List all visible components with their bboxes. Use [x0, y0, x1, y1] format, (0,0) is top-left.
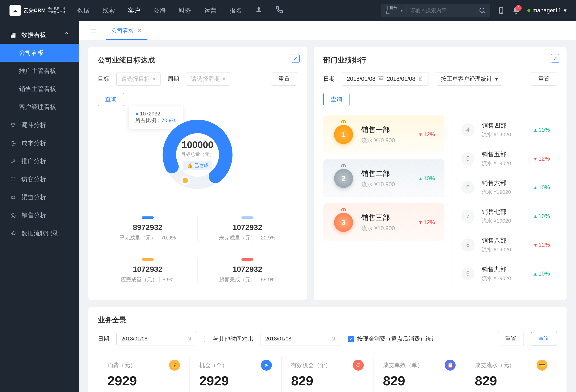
- rank-number: 6: [461, 181, 475, 194]
- query-button[interactable]: 查询: [531, 332, 557, 345]
- status-dot-icon: [527, 9, 530, 12]
- kpi-icon: 📋: [445, 360, 456, 371]
- target-select[interactable]: 请选择目标▾: [116, 72, 161, 86]
- date-range-picker[interactable]: 2018/01/08至2018/01/08🗓: [342, 72, 429, 86]
- chevron-down-icon: ▾: [223, 76, 225, 82]
- rank-number: 8: [461, 238, 475, 252]
- achieved-badge: 👍已达成: [183, 161, 212, 170]
- nav-ops[interactable]: 运营: [204, 6, 217, 15]
- panorama-filters: 日期 2018/01/08🗓 与其他时间对比 2018/01/08🗓 ✓按现金消…: [98, 332, 557, 345]
- date-picker-1[interactable]: 2018/01/08🗓: [116, 332, 197, 345]
- chevron-down-icon: ▾: [153, 76, 155, 82]
- nav-data[interactable]: 数据: [77, 6, 89, 15]
- sidebar-item-visitor[interactable]: ☷访客分析: [0, 170, 79, 188]
- search-type-select[interactable]: 手机号码 ▾: [386, 5, 403, 15]
- delta-indicator: ▴ 10%: [534, 184, 550, 191]
- kpi-value: 2929: [199, 373, 272, 389]
- kpi-label: 消费（元）: [107, 361, 136, 369]
- kpi-value: 829: [383, 373, 456, 389]
- dashboard-icon: ▦: [9, 31, 17, 38]
- rank-row: 4 销售四部流水 ¥19020 ▴ 10%: [454, 116, 557, 144]
- chart-icon: ⬀: [9, 157, 17, 165]
- goal-filters: 目标 请选择目标▾ 周期 请选择周期▾ 重置 查询: [98, 72, 297, 106]
- kpi-3: 成交单数（单） 📋 829 成交率：80% ⓘ: [374, 357, 465, 392]
- rank-filters: 日期 2018/01/08至2018/01/08🗓 按工单客户经理统计▾ 重置 …: [323, 72, 557, 106]
- tab-label: 公司看板: [111, 27, 134, 35]
- query-button[interactable]: 查询: [323, 93, 349, 106]
- kpi-value: 829: [291, 373, 364, 389]
- sidebar-item-sales-mgr[interactable]: 销售主管看板: [0, 80, 79, 98]
- sidebar-item-flow[interactable]: ⟲数据流转记录: [0, 224, 79, 242]
- brand-tagline: 教育机构一站式服务云平台: [46, 7, 65, 14]
- chevron-down-icon: ▾: [495, 76, 498, 82]
- expand-button[interactable]: ⤢: [291, 54, 300, 63]
- sidebar-item-sales[interactable]: ◎销售分析: [0, 206, 79, 224]
- kpi-1: 机会（个） ➤ 2929 机会成本：¥948 ⓘ: [190, 357, 282, 392]
- cash-checkbox[interactable]: ✓按现金消费（返点后消费）统计: [348, 335, 437, 343]
- stat-exceeded: 1072932 超额完成（元）89.9%: [198, 250, 297, 292]
- sidebar-item-funnel[interactable]: ▽漏斗分析: [0, 116, 79, 134]
- user-icon[interactable]: [255, 6, 262, 15]
- sidebar-item-cost[interactable]: ◷成本分析: [0, 134, 79, 152]
- reset-button[interactable]: 重置: [498, 332, 524, 345]
- content-area: ☰ 公司看板 ✕ ⤢ 公司业绩目标达成 目标 请选择目标▾ 周期 请选择周期▾: [79, 21, 576, 392]
- kpi-2: 有效机会（个） 🛡 829 机会有效率：80% ⓘ: [282, 357, 374, 392]
- rank-list: 4 销售四部流水 ¥19020 ▴ 10% 5 销售五部流水 ¥19020 ▾ …: [452, 116, 557, 288]
- funnel-icon: ▽: [9, 121, 17, 128]
- phone-icon[interactable]: [276, 6, 283, 15]
- date-label: 日期: [98, 335, 109, 343]
- rank-title: 部门业绩排行: [323, 55, 557, 65]
- sidebar-item-company[interactable]: 公司看板: [0, 44, 79, 62]
- user-menu[interactable]: manager11 ▾: [527, 7, 567, 14]
- groupby-select[interactable]: 按工单客户经理统计▾: [436, 72, 503, 86]
- chevron-down-icon: ▾: [564, 7, 567, 14]
- tab-company-board[interactable]: 公司看板 ✕: [106, 23, 147, 40]
- kpi-row: 消费（元） 💰 2929 机会（个） ➤ 2929 机会成本：¥948 ⓘ 有效…: [98, 357, 557, 392]
- sidebar-item-promo-mgr[interactable]: 推广主管看板: [0, 62, 79, 80]
- kpi-icon: 💳: [537, 360, 547, 371]
- chevron-up-icon: ⌃: [64, 31, 69, 38]
- svg-point-1: [480, 8, 484, 13]
- checkbox-icon: [204, 336, 210, 342]
- nav-public[interactable]: 公海: [153, 6, 166, 15]
- close-icon[interactable]: ✕: [137, 28, 142, 34]
- sidebar-item-account-mgr[interactable]: 客户经理看板: [0, 98, 79, 116]
- period-select[interactable]: 请选择周期▾: [186, 72, 230, 86]
- nav-customer[interactable]: 客户: [128, 6, 140, 15]
- collapse-icon[interactable]: ☰: [86, 28, 101, 40]
- sidebar: ▦ 数据看板 ⌃ 公司看板 推广主管看板 销售主管看板 客户经理看板 ▽漏斗分析…: [0, 21, 79, 392]
- panorama-title: 业务全景: [98, 315, 557, 325]
- reset-button[interactable]: 重置: [531, 72, 557, 86]
- search-icon[interactable]: [479, 7, 486, 14]
- delta-indicator: ▴ 10%: [419, 175, 435, 182]
- thumbs-up-icon: 👍: [187, 162, 193, 168]
- flow-icon: ⟲: [9, 230, 17, 237]
- kpi-value: 829: [475, 373, 547, 389]
- search-input[interactable]: [406, 7, 479, 14]
- nav-finance[interactable]: 财务: [179, 6, 191, 15]
- stat-grid: 8972932 已完成量（元）70.9% 1072932 未完成量（元）20.9…: [98, 208, 297, 292]
- expand-button[interactable]: ⤢: [551, 54, 559, 63]
- nav-clue[interactable]: 线索: [103, 6, 115, 15]
- rank-row: 7 销售七部流水 ¥19020 ▴ 10%: [454, 202, 557, 230]
- notification-badge: 5: [516, 5, 522, 11]
- delta-indicator: ▾ 12%: [419, 219, 435, 226]
- query-button[interactable]: 查询: [98, 93, 124, 106]
- rank-row: 5 销售五部流水 ¥19020 ▾ 12%: [454, 144, 557, 173]
- date-picker-2[interactable]: 2018/01/08🗓: [260, 332, 341, 345]
- delta-indicator: ▾ 12%: [534, 241, 550, 248]
- kpi-value: 2929: [107, 373, 180, 389]
- podium: 1 销售一部流水 ¥10,900 ▾ 12% 2 销售二部流水 ¥10,900 …: [323, 116, 444, 288]
- target-label: 目标: [98, 75, 109, 83]
- notification-button[interactable]: 5: [512, 6, 520, 14]
- device-icon[interactable]: [497, 7, 505, 14]
- kpi-label: 成交流水（元）: [475, 361, 515, 369]
- compare-checkbox[interactable]: 与其他时间对比: [204, 335, 253, 343]
- reset-button[interactable]: 重置: [271, 72, 297, 86]
- podium-3: 3 销售三部流水 ¥10,900 ▾ 12%: [323, 203, 444, 241]
- sidebar-item-promo[interactable]: ⬀推广分析: [0, 152, 79, 170]
- sidebar-item-channel[interactable]: ∞渠道分析: [0, 188, 79, 206]
- nav-register[interactable]: 报名: [230, 6, 242, 15]
- svg-point-0: [258, 7, 260, 10]
- sidebar-group-dashboard[interactable]: ▦ 数据看板 ⌃: [0, 26, 79, 44]
